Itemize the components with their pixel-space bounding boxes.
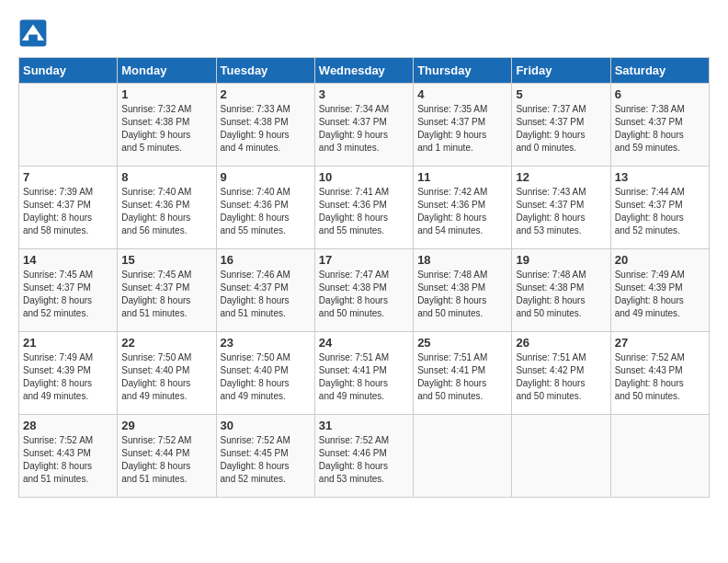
calendar-week-3: 14Sunrise: 7:45 AM Sunset: 4:37 PM Dayli… [19,249,710,332]
day-number: 12 [516,170,606,184]
day-number: 30 [221,419,311,432]
calendar-cell: 21Sunrise: 7:49 AM Sunset: 4:39 PM Dayli… [19,332,118,415]
day-number: 26 [516,336,606,350]
day-info: Sunrise: 7:37 AM Sunset: 4:37 PM Dayligh… [516,103,606,155]
calendar-cell: 29Sunrise: 7:52 AM Sunset: 4:44 PM Dayli… [118,415,216,498]
day-number: 11 [417,170,507,184]
day-info: Sunrise: 7:48 AM Sunset: 4:38 PM Dayligh… [417,269,507,320]
day-info: Sunrise: 7:51 AM Sunset: 4:41 PM Dayligh… [417,351,507,403]
day-info: Sunrise: 7:49 AM Sunset: 4:39 PM Dayligh… [23,351,113,403]
logo-icon [18,18,48,48]
calendar-cell: 28Sunrise: 7:52 AM Sunset: 4:43 PM Dayli… [19,415,118,498]
page-header [18,18,710,48]
day-number: 28 [23,419,113,432]
calendar-cell: 1Sunrise: 7:32 AM Sunset: 4:38 PM Daylig… [118,84,216,167]
day-info: Sunrise: 7:45 AM Sunset: 4:37 PM Dayligh… [23,269,113,320]
day-number: 25 [417,336,507,350]
calendar-cell: 15Sunrise: 7:45 AM Sunset: 4:37 PM Dayli… [118,249,216,332]
calendar-cell: 2Sunrise: 7:33 AM Sunset: 4:38 PM Daylig… [216,84,314,167]
day-info: Sunrise: 7:52 AM Sunset: 4:46 PM Dayligh… [319,434,409,486]
day-info: Sunrise: 7:38 AM Sunset: 4:37 PM Dayligh… [615,103,705,155]
calendar-cell: 18Sunrise: 7:48 AM Sunset: 4:38 PM Dayli… [414,249,512,332]
calendar-cell: 3Sunrise: 7:34 AM Sunset: 4:37 PM Daylig… [314,84,413,167]
header-wednesday: Wednesday [314,58,413,84]
day-number: 21 [23,336,113,350]
header-thursday: Thursday [414,58,512,84]
day-number: 22 [121,336,211,350]
day-info: Sunrise: 7:50 AM Sunset: 4:40 PM Dayligh… [221,351,311,403]
calendar-cell: 7Sunrise: 7:39 AM Sunset: 4:37 PM Daylig… [19,167,118,249]
calendar-cell [414,415,512,498]
day-number: 24 [319,336,409,350]
calendar-cell: 16Sunrise: 7:46 AM Sunset: 4:37 PM Dayli… [216,249,314,332]
calendar-cell: 19Sunrise: 7:48 AM Sunset: 4:38 PM Dayli… [512,249,610,332]
calendar-week-2: 7Sunrise: 7:39 AM Sunset: 4:37 PM Daylig… [19,167,710,249]
day-info: Sunrise: 7:43 AM Sunset: 4:37 PM Dayligh… [516,186,606,237]
day-number: 2 [221,87,311,101]
day-number: 6 [615,87,705,101]
calendar-cell: 4Sunrise: 7:35 AM Sunset: 4:37 PM Daylig… [414,84,512,167]
calendar-table: SundayMondayTuesdayWednesdayThursdayFrid… [18,57,710,498]
day-number: 16 [221,253,311,267]
day-info: Sunrise: 7:40 AM Sunset: 4:36 PM Dayligh… [221,186,311,237]
calendar-cell: 10Sunrise: 7:41 AM Sunset: 4:36 PM Dayli… [314,167,413,249]
day-number: 8 [121,170,211,184]
calendar-cell: 9Sunrise: 7:40 AM Sunset: 4:36 PM Daylig… [216,167,314,249]
calendar-cell: 6Sunrise: 7:38 AM Sunset: 4:37 PM Daylig… [610,84,709,167]
day-info: Sunrise: 7:34 AM Sunset: 4:37 PM Dayligh… [319,103,409,155]
header-friday: Friday [512,58,610,84]
calendar-cell [512,415,610,498]
day-number: 10 [319,170,409,184]
header-saturday: Saturday [610,58,709,84]
day-number: 3 [319,87,409,101]
calendar-cell: 8Sunrise: 7:40 AM Sunset: 4:36 PM Daylig… [118,167,216,249]
calendar-week-1: 1Sunrise: 7:32 AM Sunset: 4:38 PM Daylig… [19,84,710,167]
calendar-cell [19,84,118,167]
calendar-cell [610,415,709,498]
day-info: Sunrise: 7:52 AM Sunset: 4:43 PM Dayligh… [23,434,113,486]
day-number: 9 [221,170,311,184]
calendar-cell: 20Sunrise: 7:49 AM Sunset: 4:39 PM Dayli… [610,249,709,332]
calendar-week-5: 28Sunrise: 7:52 AM Sunset: 4:43 PM Dayli… [19,415,710,498]
day-number: 27 [615,336,705,350]
calendar-cell: 23Sunrise: 7:50 AM Sunset: 4:40 PM Dayli… [216,332,314,415]
calendar-cell: 5Sunrise: 7:37 AM Sunset: 4:37 PM Daylig… [512,84,610,167]
day-number: 14 [23,253,113,267]
day-info: Sunrise: 7:39 AM Sunset: 4:37 PM Dayligh… [23,186,113,237]
calendar-cell: 14Sunrise: 7:45 AM Sunset: 4:37 PM Dayli… [19,249,118,332]
calendar-cell: 27Sunrise: 7:52 AM Sunset: 4:43 PM Dayli… [610,332,709,415]
calendar-header-row: SundayMondayTuesdayWednesdayThursdayFrid… [19,58,710,84]
day-number: 23 [221,336,311,350]
day-info: Sunrise: 7:52 AM Sunset: 4:43 PM Dayligh… [615,351,705,403]
day-info: Sunrise: 7:40 AM Sunset: 4:36 PM Dayligh… [121,186,211,237]
day-info: Sunrise: 7:35 AM Sunset: 4:37 PM Dayligh… [417,103,507,155]
day-info: Sunrise: 7:51 AM Sunset: 4:41 PM Dayligh… [319,351,409,403]
day-info: Sunrise: 7:51 AM Sunset: 4:42 PM Dayligh… [516,351,606,403]
day-info: Sunrise: 7:48 AM Sunset: 4:38 PM Dayligh… [516,269,606,320]
day-number: 31 [319,419,409,432]
calendar-cell: 11Sunrise: 7:42 AM Sunset: 4:36 PM Dayli… [414,167,512,249]
day-number: 1 [121,87,211,101]
day-number: 19 [516,253,606,267]
calendar-cell: 22Sunrise: 7:50 AM Sunset: 4:40 PM Dayli… [118,332,216,415]
day-number: 18 [417,253,507,267]
header-monday: Monday [118,58,216,84]
calendar-cell: 30Sunrise: 7:52 AM Sunset: 4:45 PM Dayli… [216,415,314,498]
day-info: Sunrise: 7:41 AM Sunset: 4:36 PM Dayligh… [319,186,409,237]
calendar-cell: 13Sunrise: 7:44 AM Sunset: 4:37 PM Dayli… [610,167,709,249]
day-number: 5 [516,87,606,101]
calendar-cell: 26Sunrise: 7:51 AM Sunset: 4:42 PM Dayli… [512,332,610,415]
logo [18,18,51,48]
svg-rect-2 [28,35,38,40]
calendar-cell: 12Sunrise: 7:43 AM Sunset: 4:37 PM Dayli… [512,167,610,249]
day-number: 4 [417,87,507,101]
day-number: 13 [615,170,705,184]
day-info: Sunrise: 7:42 AM Sunset: 4:36 PM Dayligh… [417,186,507,237]
calendar-cell: 31Sunrise: 7:52 AM Sunset: 4:46 PM Dayli… [314,415,413,498]
day-info: Sunrise: 7:46 AM Sunset: 4:37 PM Dayligh… [221,269,311,320]
day-info: Sunrise: 7:32 AM Sunset: 4:38 PM Dayligh… [121,103,211,155]
day-info: Sunrise: 7:47 AM Sunset: 4:38 PM Dayligh… [319,269,409,320]
day-number: 15 [121,253,211,267]
header-sunday: Sunday [19,58,118,84]
day-number: 17 [319,253,409,267]
